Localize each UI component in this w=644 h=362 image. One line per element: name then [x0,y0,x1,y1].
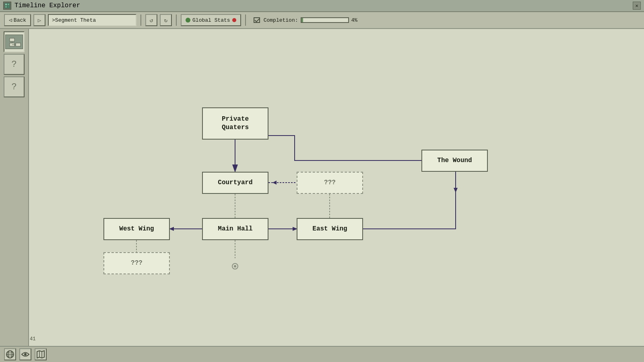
node-west-wing[interactable]: West Wing [103,218,170,240]
svg-rect-9 [16,43,21,46]
bottom-icon-eye[interactable] [19,348,31,360]
map-thumbnail [5,35,23,49]
completion-area: Completion: 4% [250,14,361,26]
node-east-wing[interactable]: East Wing [297,218,363,240]
svg-point-28 [234,265,236,267]
completion-icon [253,16,261,24]
svg-rect-6 [6,35,23,49]
refresh-back-icon[interactable]: ↺ [145,14,157,26]
nav-forward-icon[interactable]: ▷ [33,14,45,26]
sidebar-item-thumbnail[interactable] [4,31,25,52]
node-courtyard[interactable]: Courtyard [202,172,268,194]
node-the-wound[interactable]: The Wound [421,150,488,172]
title-bar: Timeline Explorer ✕ [0,0,644,12]
progress-bar-fill [301,18,303,22]
page-number: 41 [30,336,35,342]
segment-input[interactable] [48,14,136,26]
back-arrow-icon: ◁ [9,17,12,23]
svg-rect-4 [8,6,9,8]
separator-2 [176,14,177,26]
sidebar-item-unknown-2[interactable]: ? [4,76,25,97]
back-button[interactable]: ◁ Back [4,14,31,26]
node-unknown-2[interactable]: ??? [103,252,170,274]
svg-rect-7 [10,38,14,41]
bottom-bar [0,346,644,362]
progress-bar [301,17,349,23]
canvas-area: 41 [29,29,644,346]
svg-rect-2 [8,4,9,5]
svg-point-37 [24,353,27,356]
bottom-icon-globe[interactable] [4,348,16,360]
node-main-hall[interactable]: Main Hall [202,218,268,240]
separator-3 [245,14,246,26]
separator-1 [140,14,141,26]
bottom-icon-map[interactable] [35,348,47,360]
svg-rect-1 [5,4,7,5]
title-bar-icon [3,2,11,10]
svg-rect-3 [5,6,7,8]
question-mark-2-icon: ? [11,82,17,92]
sidebar: ? ? [0,29,29,346]
node-unknown-1[interactable]: ??? [297,172,363,194]
svg-marker-25 [454,188,458,193]
close-button[interactable]: ✕ [633,2,641,10]
toolbar: ◁ Back ▷ ↺ ↻ Global Stats Completion: 4% [0,12,644,29]
record-dot-icon [232,18,236,22]
completion-percent: 4% [351,17,358,23]
svg-point-27 [232,263,238,269]
node-private-quarters[interactable]: Private Quaters [202,107,268,140]
global-stats-button[interactable]: Global Stats [181,14,241,26]
title-text: Timeline Explorer [14,2,80,9]
svg-marker-38 [37,351,44,358]
main-area: ? ? 41 [0,29,644,346]
status-dot-icon [186,18,190,23]
question-mark-icon: ? [11,60,17,70]
sidebar-item-unknown-1[interactable]: ? [4,54,25,75]
refresh-forward-icon[interactable]: ↻ [160,14,172,26]
svg-marker-15 [272,181,277,185]
